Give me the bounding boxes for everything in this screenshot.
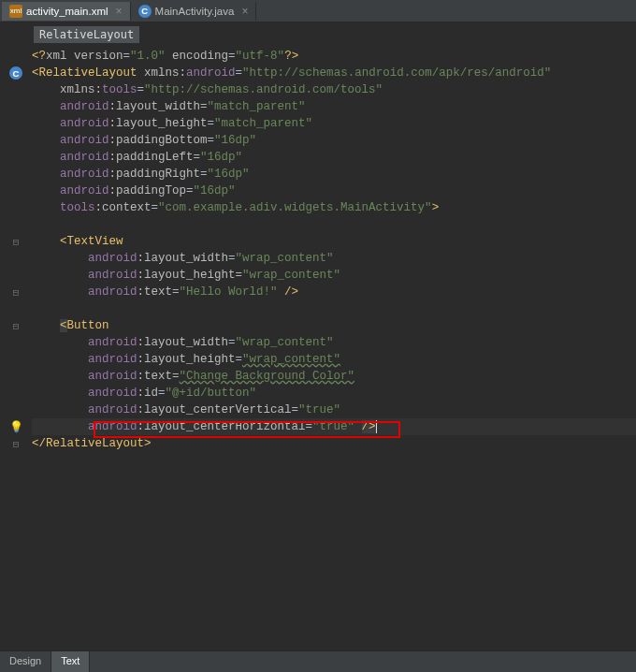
- editor-tabs: xml activity_main.xml × C MainActivity.j…: [0, 0, 636, 22]
- breadcrumb: RelativeLayout: [0, 22, 636, 48]
- code-area[interactable]: <?xml version="1.0" encoding="utf-8"?> <…: [32, 48, 636, 452]
- xml-file-icon: xml: [9, 5, 22, 18]
- code-line: <?xml version="1.0" encoding="utf-8"?>: [32, 48, 636, 65]
- highlight-annotation: [94, 421, 400, 438]
- fold-icon[interactable]: ⊟: [13, 286, 20, 299]
- bottom-tabs: Design Text: [0, 650, 636, 672]
- close-icon[interactable]: ×: [116, 5, 123, 18]
- fold-icon[interactable]: ⊟: [13, 236, 20, 248]
- text-tab[interactable]: Text: [51, 651, 90, 672]
- close-icon[interactable]: ×: [241, 5, 248, 18]
- class-icon: C: [9, 66, 22, 80]
- tab-main-activity-java[interactable]: C MainActivity.java ×: [131, 2, 257, 21]
- breadcrumb-item[interactable]: RelativeLayout: [34, 26, 139, 43]
- editor[interactable]: C ⊟ ⊟ ⊟ 💡 ⊟ <?xml version="1.0" encoding…: [0, 48, 636, 452]
- bulb-icon[interactable]: 💡: [9, 420, 23, 434]
- design-tab[interactable]: Design: [0, 651, 51, 672]
- tab-activity-main-xml[interactable]: xml activity_main.xml ×: [2, 2, 131, 21]
- fold-icon[interactable]: ⊟: [13, 320, 20, 332]
- gutter: C ⊟ ⊟ ⊟ 💡 ⊟: [0, 48, 32, 452]
- tab-label: activity_main.xml: [26, 6, 108, 17]
- tab-label: MainActivity.java: [155, 6, 235, 17]
- fold-icon[interactable]: ⊟: [13, 438, 20, 450]
- java-class-icon: C: [138, 5, 152, 18]
